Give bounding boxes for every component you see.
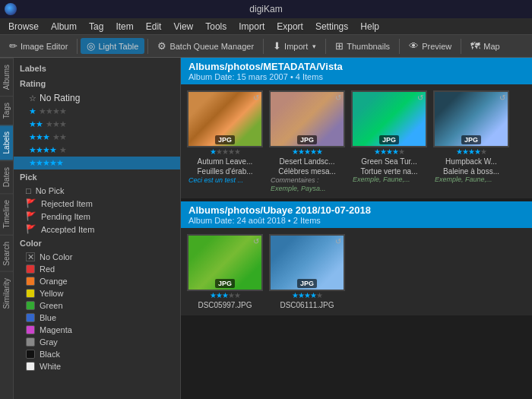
toolbar-sep-6 <box>461 39 461 54</box>
thumb-img-bear: JPG ↺ <box>187 234 263 291</box>
import-dropdown-arrow: ▾ <box>312 43 316 50</box>
menu-import[interactable]: Import <box>233 20 270 33</box>
album-title-vista: Albums/photos/METADATA/Vista <box>188 61 524 72</box>
thumb-badge-autumn: JPG <box>215 135 235 144</box>
thumb-tags-desert: Exemple, Paysa... <box>269 185 345 192</box>
menu-tools[interactable]: Tools <box>200 20 232 33</box>
menu-settings[interactable]: Settings <box>310 20 353 33</box>
album-group-ubaye: Albums/photos/Ubaye 2018/10-07-2018 Albu… <box>181 201 532 315</box>
toolbar-sep-2 <box>147 39 148 54</box>
album-subtitle-ubaye: Album Date: 24 août 2018 • 2 Items <box>188 216 524 225</box>
light-table-btn[interactable]: ◎ Light Table <box>81 38 144 54</box>
color-orange[interactable]: Orange <box>14 275 180 287</box>
preview-btn[interactable]: 👁 Preview <box>403 38 458 54</box>
labels-tab[interactable]: Labels <box>0 125 13 160</box>
thumb-stars-mountain: ★★★★★ <box>269 291 345 299</box>
batch-queue-btn[interactable]: ⚙ Batch Queue Manager <box>151 38 260 54</box>
thumb-tags-whale: Exemple, Faune,... <box>433 176 509 183</box>
color-green[interactable]: Green <box>14 299 180 312</box>
menu-album[interactable]: Album <box>46 20 82 33</box>
menu-help[interactable]: Help <box>355 20 385 33</box>
title-bar: digiKam <box>0 0 532 18</box>
rating-1star[interactable]: ★★★★★ <box>14 105 180 118</box>
rating-4star[interactable]: ★★★★★ <box>14 144 180 157</box>
preview-icon: 👁 <box>409 40 419 52</box>
album-subtitle-vista: Album Date: 15 mars 2007 • 4 Items <box>188 72 524 81</box>
thumbs-grid-ubaye: JPG ↺ ★★★★★ DSC05997.JPG JPG ↺ ★★★★★ DSC… <box>181 228 532 315</box>
import-btn[interactable]: ⬇ Import ▾ <box>267 38 322 54</box>
rating-5star[interactable]: ★★★★★ <box>14 157 180 169</box>
orange-dot <box>26 277 35 286</box>
labels-section-title: Labels <box>14 61 180 76</box>
blue-dot <box>26 313 35 322</box>
menu-item[interactable]: Item <box>110 20 138 33</box>
tags-tab[interactable]: Tags <box>0 96 13 125</box>
color-no-color[interactable]: ✕ No Color <box>14 251 180 263</box>
thumbs-grid-vista: JPG ↺ ★★★★★ Autumn Leave... Feuilles d'é… <box>181 84 532 198</box>
gray-dot <box>26 337 35 347</box>
color-red[interactable]: Red <box>14 263 180 275</box>
5star-icon: ★★★★★ <box>29 158 63 168</box>
thumb-stars-turtle: ★★★★★ <box>351 147 427 156</box>
color-gray[interactable]: Gray <box>14 336 180 348</box>
map-icon: 🗺 <box>470 40 480 52</box>
thumb-name-whale: Humpback W... <box>433 157 509 166</box>
menu-browse[interactable]: Browse <box>3 20 44 33</box>
pick-no-pick[interactable]: □ No Pick <box>14 185 180 197</box>
thumb-stars-autumn: ★★★★★ <box>187 147 263 156</box>
color-black[interactable]: Black <box>14 348 180 360</box>
thumbnails-icon: ⊞ <box>335 40 344 52</box>
dates-tab[interactable]: Dates <box>0 160 13 193</box>
thumb-corner-whale: ↺ <box>499 93 505 102</box>
pick-accepted[interactable]: 🚩 Accepted Item <box>14 223 180 236</box>
thumb-bear[interactable]: JPG ↺ ★★★★★ DSC05997.JPG <box>187 234 263 309</box>
import-icon: ⬇ <box>273 40 281 52</box>
rating-3star[interactable]: ★★★★★ <box>14 131 180 144</box>
color-blue[interactable]: Blue <box>14 312 180 324</box>
pending-icon: 🚩 <box>26 211 36 221</box>
color-yellow[interactable]: Yellow <box>14 287 180 299</box>
thumb-whale[interactable]: JPG ↺ ★★★★★ Humpback W... Baleine à boss… <box>433 90 509 192</box>
similarity-tab[interactable]: Similarity <box>0 271 13 315</box>
rating-section-title: Rating <box>14 76 180 91</box>
rating-no-rating[interactable]: ☆ No Rating <box>14 91 180 105</box>
thumb-caption-autumn: Ceci est un test ... <box>187 176 263 185</box>
menu-export[interactable]: Export <box>271 20 309 33</box>
menu-edit[interactable]: Edit <box>141 20 167 33</box>
thumb-corner-desert: ↺ <box>335 93 341 102</box>
2star-icon: ★★ <box>29 119 43 129</box>
map-btn[interactable]: 🗺 Map <box>464 38 505 54</box>
image-editor-icon: ✏ <box>9 40 17 52</box>
timeline-tab[interactable]: Timeline <box>0 193 13 234</box>
yellow-dot <box>26 289 35 298</box>
thumb-name-turtle: Green Sea Tur... <box>351 157 427 166</box>
pick-pending[interactable]: 🚩 Pending Item <box>14 210 180 223</box>
search-tab[interactable]: Search <box>0 235 13 272</box>
thumb-mountain[interactable]: JPG ↺ ★★★★★ DSC06111.JPG <box>269 234 345 309</box>
menu-bar: Browse Album Tag Item Edit View Tools Im… <box>0 18 532 35</box>
color-magenta[interactable]: Magenta <box>14 324 180 336</box>
menu-tag[interactable]: Tag <box>84 20 109 33</box>
1star-icon: ★ <box>29 106 36 116</box>
rejected-icon: 🚩 <box>26 198 36 208</box>
3star-icon: ★★★ <box>29 132 49 142</box>
thumb-desert[interactable]: JPG ↺ ★★★★★ Desert Landsc... Célèbres me… <box>269 90 345 192</box>
albums-tab[interactable]: Albums <box>0 58 13 96</box>
album-title-ubaye: Albums/photos/Ubaye 2018/10-07-2018 <box>188 204 524 216</box>
vertical-tabs: Albums Tags Labels Dates Timeline Search… <box>0 58 14 399</box>
color-white[interactable]: White <box>14 360 180 372</box>
thumb-name-mountain: DSC06111.JPG <box>269 301 345 309</box>
accepted-icon: 🚩 <box>26 224 36 234</box>
thumb-autumn[interactable]: JPG ↺ ★★★★★ Autumn Leave... Feuilles d'é… <box>187 90 263 192</box>
rating-2star[interactable]: ★★★★★ <box>14 118 180 131</box>
color-section-title: Color <box>14 236 180 251</box>
4star-icon: ★★★★ <box>29 145 56 155</box>
menu-view[interactable]: View <box>168 20 198 33</box>
pick-rejected[interactable]: 🚩 Rejected Item <box>14 197 180 210</box>
image-editor-btn[interactable]: ✏ Image Editor <box>3 38 74 54</box>
thumb-badge-mountain: JPG <box>297 279 317 288</box>
thumbnails-btn[interactable]: ⊞ Thumbnails <box>329 38 396 54</box>
thumb-stars-bear: ★★★★★ <box>187 291 263 299</box>
thumb-tags-turtle: Exemple, Faune,... <box>351 176 427 183</box>
thumb-turtle[interactable]: JPG ↺ ★★★★★ Green Sea Tur... Tortue vert… <box>351 90 427 192</box>
